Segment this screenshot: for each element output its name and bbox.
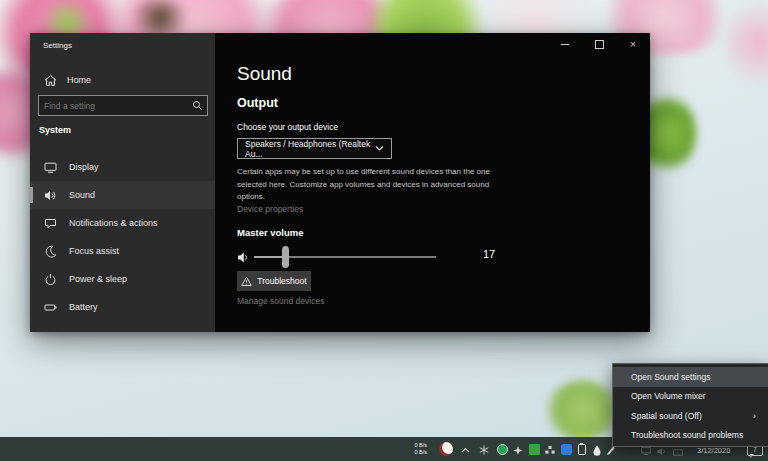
battery-icon[interactable] [577, 444, 587, 454]
moon-icon [44, 245, 57, 258]
keyboard-tray-icon[interactable] [673, 447, 683, 457]
menu-item-spatial-sound[interactable]: Spatial sound (Off) › [613, 406, 768, 426]
net-speed-up: 0 B/s [403, 442, 427, 449]
volume-slider-track[interactable] [254, 256, 436, 258]
sidebar-item-home[interactable]: Home [38, 69, 213, 91]
device-properties-link[interactable]: Device properties [237, 204, 303, 214]
sound-context-menu: Open Sound settings Open Volume mixer Sp… [612, 363, 768, 447]
four-point-star-icon[interactable] [513, 445, 523, 455]
notification-count-badge: 7 [753, 446, 757, 453]
close-icon: × [630, 40, 636, 50]
window-caption-buttons: × [548, 33, 650, 56]
chevron-down-icon [375, 145, 384, 152]
volume-slider-fill [254, 256, 285, 258]
output-device-value: Speakers / Headphones (Realtek Au... [245, 139, 375, 159]
sidebar-item-label: Display [69, 162, 99, 172]
section-title: Output [237, 96, 278, 110]
sidebar-item-sound[interactable]: Sound [30, 181, 215, 209]
home-label: Home [67, 75, 91, 85]
sidebar-item-display[interactable]: Display [30, 153, 215, 181]
troubleshoot-button[interactable]: Troubleshoot [237, 271, 311, 291]
moon-icon[interactable] [439, 442, 453, 456]
warning-icon [241, 276, 252, 287]
taskbar-date[interactable]: 3/12/2020 [697, 446, 730, 455]
manage-sound-devices-link[interactable]: Manage sound devices [237, 296, 324, 306]
output-device-dropdown[interactable]: Speakers / Headphones (Realtek Au... [237, 138, 392, 159]
menu-item-open-volume-mixer[interactable]: Open Volume mixer [613, 387, 768, 407]
menu-item-label: Troubleshoot sound problems [631, 430, 743, 440]
sidebar-item-notifications[interactable]: Notifications & actions [30, 209, 215, 237]
power-icon [44, 273, 57, 286]
close-button[interactable]: × [616, 33, 650, 56]
sidebar-item-focus-assist[interactable]: Focus assist [30, 237, 215, 265]
home-icon [44, 74, 57, 87]
minimize-icon [561, 44, 569, 45]
speaker-icon [44, 189, 57, 202]
settings-window: Sound Output Choose your output device S… [30, 33, 650, 332]
sidebar-item-battery[interactable]: Battery [30, 293, 215, 321]
window-title: Settings [43, 41, 72, 50]
menu-item-label: Open Sound settings [631, 372, 710, 382]
menu-item-label: Spatial sound (Off) [631, 411, 702, 421]
green-square-icon[interactable] [529, 444, 540, 455]
triple-dot-icon[interactable] [545, 445, 555, 455]
output-device-label: Choose your output device [237, 122, 338, 132]
search-box[interactable] [38, 95, 208, 116]
net-speed-indicator[interactable]: 0 B/s 0 B/s [403, 442, 427, 456]
sidebar-item-power-sleep[interactable]: Power & sleep [30, 265, 215, 293]
master-volume-label: Master volume [237, 227, 304, 238]
monitor-tray-icon[interactable] [641, 446, 651, 456]
maximize-button[interactable] [582, 33, 616, 56]
green-circle-icon[interactable] [497, 444, 508, 455]
output-description: Certain apps may be set up to use differ… [237, 166, 490, 204]
volume-slider-thumb[interactable] [282, 246, 289, 268]
sidebar-item-label: Sound [69, 190, 95, 200]
settings-sidebar: Settings Home System Displ [30, 33, 215, 332]
drop-icon[interactable] [592, 445, 602, 455]
maximize-icon [595, 40, 604, 49]
chevron-right-icon: › [753, 411, 756, 421]
settings-content-panel: Sound Output Choose your output device S… [215, 33, 650, 332]
speaker-icon[interactable] [237, 250, 250, 268]
minimize-button[interactable] [548, 33, 582, 56]
desktop: Sound Output Choose your output device S… [0, 0, 768, 461]
sidebar-item-label: Power & sleep [69, 274, 127, 284]
blue-square-icon[interactable] [561, 444, 572, 455]
asterisk-icon[interactable] [479, 445, 489, 455]
menu-item-label: Open Volume mixer [631, 391, 706, 401]
net-speed-down: 0 B/s [403, 449, 427, 456]
menu-item-troubleshoot-sound[interactable]: Troubleshoot sound problems [613, 426, 768, 446]
sidebar-item-label: Focus assist [69, 246, 119, 256]
sidebar-item-label: Notifications & actions [69, 218, 158, 228]
notifications-icon [44, 217, 57, 230]
sidebar-item-label: Battery [69, 302, 98, 312]
battery-icon [44, 301, 57, 314]
search-input[interactable] [39, 101, 192, 111]
sidebar-section-label: System [39, 125, 71, 135]
page-title: Sound [237, 63, 292, 85]
search-icon[interactable] [192, 100, 203, 111]
menu-item-open-sound-settings[interactable]: Open Sound settings [613, 367, 768, 387]
volume-tray-icon[interactable] [657, 446, 667, 456]
troubleshoot-label: Troubleshoot [257, 276, 306, 286]
volume-value: 17 [483, 248, 495, 260]
master-volume-slider[interactable]: 17 [237, 246, 497, 268]
sidebar-nav: Display Sound Notifications & actions [30, 153, 215, 321]
display-icon [44, 161, 57, 174]
chevron-up-icon[interactable] [460, 445, 470, 455]
